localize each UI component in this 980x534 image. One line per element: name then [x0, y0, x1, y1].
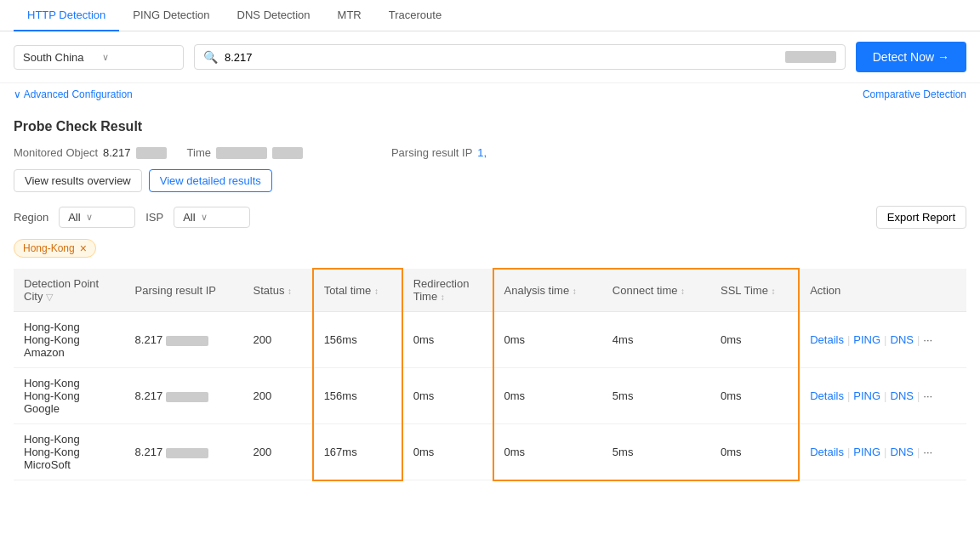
td-action: Details | PING | DNS | ··· [799, 368, 966, 424]
td-total-time: 167ms [313, 424, 402, 480]
more-actions-icon[interactable]: ··· [923, 389, 932, 402]
td-ip: 8.217 [125, 424, 243, 480]
more-actions-icon[interactable]: ··· [923, 446, 932, 458]
region-filter-label: Region [14, 211, 48, 224]
details-link[interactable]: Details [810, 446, 844, 458]
search-input[interactable] [225, 51, 778, 64]
th-total-time: Total time ↕ [313, 269, 402, 312]
td-ssl-time: 0ms [710, 312, 799, 368]
dns-link[interactable]: DNS [891, 446, 914, 458]
td-analysis-time: 0ms [493, 368, 602, 424]
td-city: Hong-KongHong-KongGoogle [14, 368, 125, 424]
td-analysis-time: 0ms [493, 424, 602, 480]
td-status: 200 [243, 424, 313, 480]
tag-close-icon[interactable]: × [80, 241, 87, 255]
ssl-sort-icon[interactable]: ↕ [771, 287, 775, 296]
ping-link[interactable]: PING [853, 446, 880, 458]
td-ssl-time: 0ms [710, 424, 799, 480]
td-action: Details | PING | DNS | ··· [799, 312, 966, 368]
dns-link[interactable]: DNS [891, 389, 914, 402]
city-filter-icon[interactable]: ▽ [46, 292, 53, 302]
td-city: Hong-KongHong-KongAmazon [14, 312, 125, 368]
th-connect: Connect time ↕ [602, 269, 710, 312]
more-actions-icon[interactable]: ··· [923, 333, 932, 346]
th-redirect: RedirectionTime ↕ [402, 269, 493, 312]
tab-mtr[interactable]: MTR [324, 0, 375, 31]
advanced-config-link[interactable]: ∨ Advanced Configuration [14, 88, 133, 100]
filter-row: Region All ∨ ISP All ∨ Export Report [14, 206, 966, 229]
details-link[interactable]: Details [810, 389, 844, 402]
toolbar: South China ∨ 🔍 Detect Now → [0, 31, 980, 83]
connect-sort-icon[interactable]: ↕ [681, 287, 685, 296]
result-buttons: View results overview View detailed resu… [14, 169, 966, 192]
isp-filter-select[interactable]: All ∨ [174, 207, 250, 228]
td-redirect-time: 0ms [402, 312, 493, 368]
region-filter-select[interactable]: All ∨ [59, 207, 135, 228]
table-header-row: Detection PointCity ▽ Parsing result IP … [14, 269, 966, 312]
view-detailed-button[interactable]: View detailed results [149, 169, 272, 192]
ping-link[interactable]: PING [853, 333, 880, 346]
th-action: Action [799, 269, 966, 312]
parsing-ip-item: Parsing result IP 1, [391, 146, 487, 159]
td-ssl-time: 0ms [710, 368, 799, 424]
chevron-down-icon: ∨ [102, 52, 174, 63]
th-ssl: SSL Time ↕ [710, 269, 799, 312]
detect-now-button[interactable]: Detect Now → [856, 42, 966, 72]
section-title: Probe Check Result [14, 119, 966, 134]
tab-ping[interactable]: PING Detection [119, 0, 223, 31]
td-total-time: 156ms [313, 368, 402, 424]
td-total-time: 156ms [313, 312, 402, 368]
td-connect-time: 5ms [602, 424, 710, 480]
time-blurred2 [272, 147, 303, 159]
monitored-value: 8.217 [103, 146, 131, 159]
tab-traceroute[interactable]: Traceroute [375, 0, 455, 31]
redirect-sort-icon[interactable]: ↕ [441, 293, 445, 302]
table-row: Hong-KongHong-KongAmazon8.217 200156ms0m… [14, 312, 966, 368]
td-connect-time: 4ms [602, 312, 710, 368]
probe-section: Probe Check Result Monitored Object 8.21… [0, 105, 980, 495]
isp-chevron-icon: ∨ [201, 212, 208, 223]
parsing-label: Parsing result IP [391, 146, 472, 159]
tab-dns[interactable]: DNS Detection [224, 0, 324, 31]
results-table-container: Detection PointCity ▽ Parsing result IP … [14, 268, 966, 481]
details-link[interactable]: Details [810, 333, 844, 346]
search-box: 🔍 [194, 44, 846, 70]
isp-filter-label: ISP [145, 211, 163, 224]
th-status: Status ↕ [243, 269, 313, 312]
td-action: Details | PING | DNS | ··· [799, 424, 966, 480]
parsing-value: 1, [477, 146, 487, 159]
td-connect-time: 5ms [602, 368, 710, 424]
td-redirect-time: 0ms [402, 424, 493, 480]
ping-link[interactable]: PING [853, 389, 880, 402]
td-city: Hong-KongHong-KongMicroSoft [14, 424, 125, 480]
view-overview-button[interactable]: View results overview [14, 169, 142, 192]
meta-row: Monitored Object 8.217 Time Parsing resu… [14, 146, 966, 159]
region-select[interactable]: South China ∨ [14, 45, 184, 70]
time-blurred1 [216, 147, 267, 159]
monitored-blurred [136, 147, 167, 159]
comparative-detection-link[interactable]: Comparative Detection [863, 88, 966, 100]
analysis-sort-icon[interactable]: ↕ [573, 287, 577, 296]
tab-http[interactable]: HTTP Detection [14, 0, 119, 31]
th-analysis: Analysis time ↕ [493, 269, 602, 312]
table-row: Hong-KongHong-KongGoogle8.217 200156ms0m… [14, 368, 966, 424]
time-item: Time [187, 146, 303, 159]
region-filter-value: All [68, 211, 80, 224]
region-value: South China [23, 51, 95, 64]
export-report-button[interactable]: Export Report [876, 206, 966, 229]
tab-bar: HTTP Detection PING Detection DNS Detect… [0, 0, 980, 31]
dns-link[interactable]: DNS [891, 333, 914, 346]
td-redirect-time: 0ms [402, 368, 493, 424]
search-blurred [785, 51, 836, 63]
table-row: Hong-KongHong-KongMicroSoft8.217 200167m… [14, 424, 966, 480]
total-sort-icon[interactable]: ↕ [374, 287, 379, 296]
td-analysis-time: 0ms [493, 312, 602, 368]
tag-label: Hong-Kong [23, 242, 75, 254]
th-city: Detection PointCity ▽ [14, 269, 125, 312]
active-tag: Hong-Kong × [14, 239, 966, 268]
monitored-object: Monitored Object 8.217 [14, 146, 167, 159]
status-sort-icon[interactable]: ↕ [288, 287, 292, 296]
td-ip: 8.217 [125, 312, 243, 368]
search-icon: 🔍 [203, 50, 218, 64]
config-bar: ∨ Advanced Configuration Comparative Det… [0, 83, 980, 105]
